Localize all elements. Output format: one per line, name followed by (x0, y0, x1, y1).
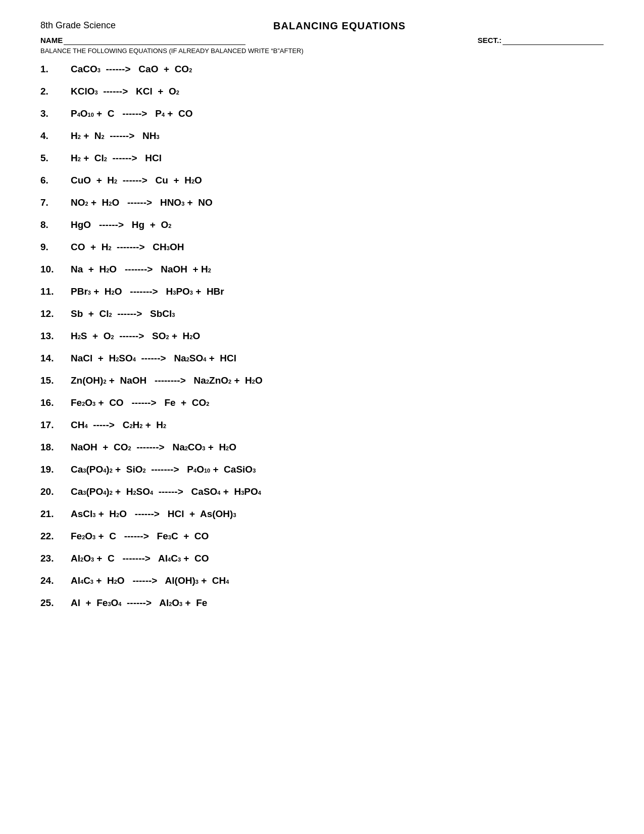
equation-number: 3. (40, 108, 71, 119)
equation-number: 8. (40, 219, 71, 230)
equation-number: 6. (40, 175, 71, 186)
equation-number: 22. (40, 531, 71, 542)
form-section: NAME SECT.: (40, 36, 604, 45)
equation-content: Al + Fe3O4 ------> Al2O3 + Fe (71, 597, 207, 609)
equation-number: 2. (40, 86, 71, 97)
equation-content: NaCl + H2SO4 ------> Na2SO4 + HCl (71, 353, 236, 364)
equation-row: 20.Ca3(PO4)2 + H2SO4 ------> CaSO4 + H3P… (40, 486, 604, 497)
equation-row: 1.CaCO3 ------> CaO + CO2 (40, 64, 604, 75)
equation-number: 24. (40, 575, 71, 586)
equation-row: 2.KClO3 ------> KCl + O2 (40, 86, 604, 97)
equation-number: 19. (40, 464, 71, 475)
equation-number: 20. (40, 486, 71, 497)
equation-row: 15.Zn(OH)2 + NaOH --------> Na2ZnO2 + H2… (40, 375, 604, 386)
equation-content: CO + H2 -------> CH3OH (71, 242, 184, 253)
equation-row: 9.CO + H2 -------> CH3OH (40, 242, 604, 253)
equation-number: 13. (40, 331, 71, 342)
instructions: BALANCE THE FOLLOWING EQUATIONS (IF ALRE… (40, 47, 604, 55)
equation-number: 15. (40, 375, 71, 386)
equation-content: CaCO3 ------> CaO + CO2 (71, 64, 192, 75)
equation-row: 13.H2S + O2 ------> SO2 + H2O (40, 331, 604, 342)
equation-content: NO2 + H2O ------> HNO3 + NO (71, 197, 213, 208)
equation-row: 25.Al + Fe3O4 ------> Al2O3 + Fe (40, 597, 604, 609)
equation-row: 18.NaOH + CO2 -------> Na2CO3 + H2O (40, 442, 604, 453)
equation-number: 21. (40, 508, 71, 520)
equation-content: Al2O3 + C -------> Al4C3 + CO (71, 553, 209, 564)
equation-content: Na + H2O -------> NaOH + H2 (71, 264, 211, 275)
sect-label: SECT.: (477, 36, 502, 44)
equation-content: AsCl3 + H2O ------> HCl + As(OH)3 (71, 508, 236, 520)
equation-row: 3.P4O10 + C ------> P4 + CO (40, 108, 604, 119)
equation-number: 17. (40, 420, 71, 431)
equation-row: 8.HgO ------> Hg + O2 (40, 219, 604, 230)
equation-content: H2S + O2 ------> SO2 + H2O (71, 331, 200, 342)
header: 8th Grade Science BALANCING EQUATIONS (40, 20, 604, 32)
equation-row: 5.H2 + Cl2 ------> HCl (40, 153, 604, 164)
equation-row: 16.Fe2O3 + CO ------> Fe + CO2 (40, 397, 604, 408)
equation-content: KClO3 ------> KCl + O2 (71, 86, 179, 97)
equation-number: 16. (40, 397, 71, 408)
equation-row: 10.Na + H2O -------> NaOH + H2 (40, 264, 604, 275)
equation-row: 23.Al2O3 + C -------> Al4C3 + CO (40, 553, 604, 564)
equation-row: 17.CH4 -----> C2H2 + H2 (40, 420, 604, 431)
page-title: BALANCING EQUATIONS (273, 20, 406, 32)
equation-content: CuO + H2 ------> Cu + H2O (71, 175, 202, 186)
equation-row: 22.Fe2O3 + C ------> Fe3C + CO (40, 531, 604, 542)
equation-content: Fe2O3 + C ------> Fe3C + CO (71, 531, 209, 542)
equation-content: NaOH + CO2 -------> Na2CO3 + H2O (71, 442, 236, 453)
equation-row: 24.Al4C3 + H2O ------> Al(OH)3 + CH4 (40, 575, 604, 586)
equation-row: 19.Ca3(PO4)2 + SiO2 -------> P4O10 + CaS… (40, 464, 604, 475)
equation-content: PBr3 + H2O -------> H3PO3 + HBr (71, 286, 224, 297)
equation-content: Zn(OH)2 + NaOH --------> Na2ZnO2 + H2O (71, 375, 263, 386)
equation-number: 11. (40, 286, 71, 297)
subject-label: 8th Grade Science (40, 20, 116, 31)
equation-content: CH4 -----> C2H2 + H2 (71, 420, 166, 431)
equation-content: Sb + Cl2 ------> SbCl3 (71, 308, 175, 319)
equation-content: Ca3(PO4)2 + SiO2 -------> P4O10 + CaSiO3 (71, 464, 256, 475)
equation-number: 10. (40, 264, 71, 275)
equation-row: 14.NaCl + H2SO4 ------> Na2SO4 + HCl (40, 353, 604, 364)
equation-number: 14. (40, 353, 71, 364)
name-label: NAME (40, 36, 63, 44)
equation-row: 6.CuO + H2 ------> Cu + H2O (40, 175, 604, 186)
equation-number: 1. (40, 64, 71, 75)
equation-list: 1.CaCO3 ------> CaO + CO22.KClO3 ------>… (40, 64, 604, 609)
equation-number: 18. (40, 442, 71, 453)
equation-content: H2 + Cl2 ------> HCl (71, 153, 162, 164)
equation-number: 25. (40, 597, 71, 609)
equation-number: 4. (40, 130, 71, 142)
equation-number: 5. (40, 153, 71, 164)
equation-number: 9. (40, 242, 71, 253)
equation-content: Fe2O3 + CO ------> Fe + CO2 (71, 397, 209, 408)
equation-row: 4.H2 + N2 ------> NH3 (40, 130, 604, 142)
equation-content: H2 + N2 ------> NH3 (71, 130, 160, 142)
equation-row: 7.NO2 + H2O ------> HNO3 + NO (40, 197, 604, 208)
equation-content: Ca3(PO4)2 + H2SO4 ------> CaSO4 + H3PO4 (71, 486, 261, 497)
equation-content: P4O10 + C ------> P4 + CO (71, 108, 192, 119)
equation-row: 12.Sb + Cl2 ------> SbCl3 (40, 308, 604, 319)
equation-content: HgO ------> Hg + O2 (71, 219, 171, 230)
equation-number: 23. (40, 553, 71, 564)
equation-content: Al4C3 + H2O ------> Al(OH)3 + CH4 (71, 575, 229, 586)
equation-row: 11.PBr3 + H2O -------> H3PO3 + HBr (40, 286, 604, 297)
equation-number: 12. (40, 308, 71, 319)
equation-row: 21.AsCl3 + H2O ------> HCl + As(OH)3 (40, 508, 604, 520)
equation-number: 7. (40, 197, 71, 208)
